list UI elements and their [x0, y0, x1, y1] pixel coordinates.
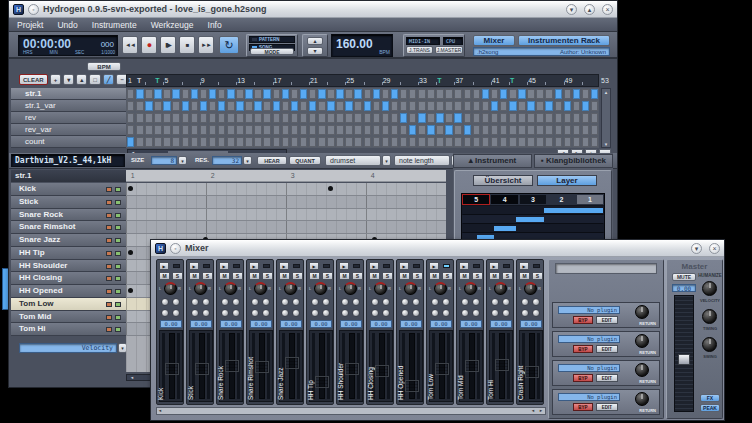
play-pause-button[interactable]: ▮▶: [160, 36, 176, 54]
strip-solo-button[interactable]: S: [502, 272, 513, 280]
pan-knob[interactable]: [524, 282, 537, 295]
select-mode-button[interactable]: □: [89, 74, 101, 85]
song-grid-cell[interactable]: [336, 113, 343, 123]
instrument-mute-led[interactable]: [106, 315, 112, 320]
fx4-send-knob[interactable]: [292, 309, 300, 317]
fx-edit-button[interactable]: EDIT: [596, 316, 618, 324]
song-grid-cell[interactable]: [418, 125, 425, 135]
song-grid-cell[interactable]: [409, 125, 416, 135]
strip-play-button[interactable]: ▶: [219, 262, 229, 270]
song-grid-cell[interactable]: [391, 101, 398, 111]
strip-solo-button[interactable]: S: [172, 272, 183, 280]
song-grid-cell[interactable]: [263, 101, 270, 111]
draw-mode-button[interactable]: ╱: [103, 74, 115, 85]
song-grid-cell[interactable]: [282, 101, 289, 111]
song-grid-cell[interactable]: [409, 101, 416, 111]
song-grid-cell[interactable]: [282, 113, 289, 123]
song-grid[interactable]: [126, 88, 599, 148]
menu-item-undo[interactable]: Undo: [57, 20, 77, 30]
note-row-stick[interactable]: [126, 196, 446, 209]
fader-handle[interactable]: [525, 366, 539, 378]
song-grid-cell[interactable]: [127, 89, 134, 99]
song-grid-cell[interactable]: [518, 125, 525, 135]
song-grid-cell[interactable]: [500, 89, 507, 99]
song-grid-cell[interactable]: [500, 125, 507, 135]
song-grid-cell[interactable]: [464, 89, 471, 99]
song-grid-cell[interactable]: [227, 101, 234, 111]
fx-return-knob[interactable]: [635, 334, 649, 348]
fx-name-display[interactable]: No plugin: [558, 306, 620, 314]
song-grid-cell[interactable]: [591, 101, 598, 111]
song-grid-cell[interactable]: [436, 113, 443, 123]
song-grid-cell[interactable]: [591, 125, 598, 135]
fx-edit-button[interactable]: EDIT: [596, 345, 618, 353]
strip-solo-button[interactable]: S: [352, 272, 363, 280]
close-icon[interactable]: ×: [709, 243, 720, 254]
song-grid-cell[interactable]: [582, 137, 589, 147]
scroll-down-icon[interactable]: ▾: [602, 141, 610, 147]
song-grid-cell[interactable]: [345, 89, 352, 99]
song-grid-cell[interactable]: [564, 89, 571, 99]
instrument-mute-led[interactable]: [106, 276, 112, 281]
fader-track[interactable]: [319, 333, 325, 399]
song-grid-cell[interactable]: [591, 89, 598, 99]
fx4-send-knob[interactable]: [202, 309, 210, 317]
song-grid-cell[interactable]: [354, 101, 361, 111]
minimize-icon[interactable]: ▾: [691, 243, 702, 254]
fx1-send-knob[interactable]: [401, 298, 409, 306]
scroll-up-icon[interactable]: ▴: [602, 89, 610, 95]
rewind-button[interactable]: ◄◄: [122, 36, 138, 54]
fx3-send-knob[interactable]: [341, 309, 349, 317]
song-grid-row-rev_var[interactable]: [126, 124, 599, 136]
song-grid-cell[interactable]: [154, 113, 161, 123]
instrument-mute-led[interactable]: [106, 238, 112, 243]
move-pattern-down-button[interactable]: ▾: [63, 74, 74, 85]
song-grid-cell[interactable]: [227, 137, 234, 147]
song-grid-cell[interactable]: [327, 89, 334, 99]
fx-name-display[interactable]: No plugin: [558, 364, 620, 372]
fx-name-display[interactable]: No plugin: [558, 393, 620, 401]
song-grid-cell[interactable]: [218, 137, 225, 147]
fx4-send-knob[interactable]: [262, 309, 270, 317]
song-grid-cell[interactable]: [209, 89, 216, 99]
song-grid-cell[interactable]: [473, 137, 480, 147]
fx3-send-knob[interactable]: [491, 309, 499, 317]
song-grid-cell[interactable]: [127, 125, 134, 135]
song-grid-cell[interactable]: [536, 125, 543, 135]
fader-handle[interactable]: [465, 360, 479, 372]
fx1-send-knob[interactable]: [161, 298, 169, 306]
fx1-send-knob[interactable]: [191, 298, 199, 306]
song-grid-cell[interactable]: [473, 113, 480, 123]
song-grid-cell[interactable]: [418, 89, 425, 99]
hear-notes-button[interactable]: HEAR: [257, 156, 287, 165]
song-grid-cell[interactable]: [464, 137, 471, 147]
song-grid-cell[interactable]: [327, 137, 334, 147]
pattern-row-str.1[interactable]: str.1: [11, 88, 126, 100]
pattern-row-count[interactable]: count: [11, 136, 126, 148]
strip-solo-button[interactable]: S: [412, 272, 423, 280]
scroll-left-icon[interactable]: ◄: [158, 408, 162, 414]
song-grid-cell[interactable]: [545, 125, 552, 135]
song-grid-cell[interactable]: [309, 125, 316, 135]
fx1-send-knob[interactable]: [221, 298, 229, 306]
song-grid-cell[interactable]: [291, 89, 298, 99]
song-grid-cell[interactable]: [354, 137, 361, 147]
quantize-button[interactable]: QUANT: [289, 156, 321, 165]
song-grid-cell[interactable]: [400, 113, 407, 123]
song-grid-cell[interactable]: [263, 89, 270, 99]
strip-play-button[interactable]: ▶: [279, 262, 289, 270]
song-grid-cell[interactable]: [400, 125, 407, 135]
song-grid-cell[interactable]: [354, 125, 361, 135]
song-grid-cell[interactable]: [564, 113, 571, 123]
strip-mute-button[interactable]: M: [219, 272, 230, 280]
pan-knob[interactable]: [284, 282, 297, 295]
note-length-select[interactable]: note length: [394, 155, 450, 166]
instrument-mute-led[interactable]: [106, 251, 112, 256]
fader-handle[interactable]: [375, 365, 389, 377]
tab-klangbibliothek[interactable]: ▪ Klangbibliothek: [534, 154, 613, 168]
song-grid-cell[interactable]: [536, 113, 543, 123]
song-grid-cell[interactable]: [254, 89, 261, 99]
fx3-send-knob[interactable]: [251, 309, 259, 317]
fx2-send-knob[interactable]: [202, 298, 210, 306]
instrument-mute-led[interactable]: [106, 302, 112, 307]
